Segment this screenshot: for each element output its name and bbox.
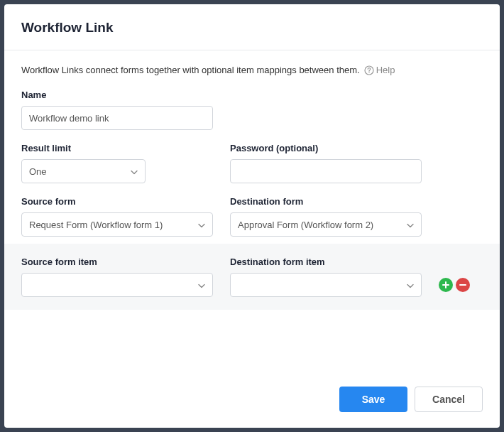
modal-body: Workflow Links connect forms together wi… [4, 50, 500, 374]
destination-form-label: Destination form [230, 196, 422, 207]
password-input[interactable] [230, 159, 422, 183]
password-group: Password (optional) [230, 143, 422, 183]
destination-form-item-label: Destination form item [230, 256, 422, 267]
chevron-down-icon [407, 280, 414, 291]
source-form-group: Source form Request Form (Workflow form … [21, 196, 213, 237]
save-button[interactable]: Save [339, 387, 407, 412]
help-link[interactable]: Help [364, 65, 395, 75]
destination-form-item-group: Destination form item [230, 256, 422, 297]
password-label: Password (optional) [230, 143, 422, 153]
destination-form-item-select[interactable] [230, 273, 422, 297]
destination-form-group: Destination form Approval Form (Workflow… [230, 196, 422, 237]
svg-point-1 [368, 72, 369, 72]
workflow-link-modal: Workflow Link Workflow Links connect for… [4, 4, 500, 428]
name-group: Name [21, 90, 483, 130]
mapping-row: Source form item Destination form item [21, 256, 483, 297]
add-mapping-button[interactable] [439, 278, 453, 292]
chevron-down-icon [407, 220, 414, 230]
chevron-down-icon [131, 166, 138, 177]
remove-mapping-button[interactable] [456, 278, 470, 292]
modal-footer: Save Cancel [4, 374, 500, 428]
chevron-down-icon [198, 280, 205, 291]
help-icon [364, 65, 374, 75]
result-limit-value: One [29, 166, 47, 177]
cancel-button[interactable]: Cancel [415, 387, 483, 412]
plus-icon [442, 281, 449, 288]
source-form-value: Request Form (Workflow form 1) [29, 220, 163, 230]
name-input[interactable] [21, 106, 213, 130]
source-form-item-group: Source form item [21, 256, 213, 297]
minus-icon [459, 281, 466, 288]
source-form-label: Source form [21, 196, 213, 207]
source-form-select[interactable]: Request Form (Workflow form 1) [21, 212, 213, 237]
source-form-item-select[interactable] [21, 273, 213, 297]
result-limit-group: Result limit One [21, 143, 146, 183]
result-limit-label: Result limit [21, 143, 146, 153]
modal-title: Workflow Link [21, 20, 483, 36]
result-limit-select[interactable]: One [21, 159, 146, 183]
description-row: Workflow Links connect forms together wi… [21, 65, 483, 75]
destination-form-value: Approval Form (Workflow form 2) [238, 220, 373, 230]
destination-form-select[interactable]: Approval Form (Workflow form 2) [230, 212, 422, 237]
description-text: Workflow Links connect forms together wi… [21, 65, 360, 75]
mapping-section: Source form item Destination form item [4, 244, 500, 310]
source-form-item-label: Source form item [21, 256, 213, 267]
mapping-actions [439, 278, 470, 297]
name-label: Name [21, 90, 483, 100]
modal-header: Workflow Link [4, 4, 500, 50]
chevron-down-icon [198, 220, 205, 230]
help-label: Help [376, 65, 395, 75]
